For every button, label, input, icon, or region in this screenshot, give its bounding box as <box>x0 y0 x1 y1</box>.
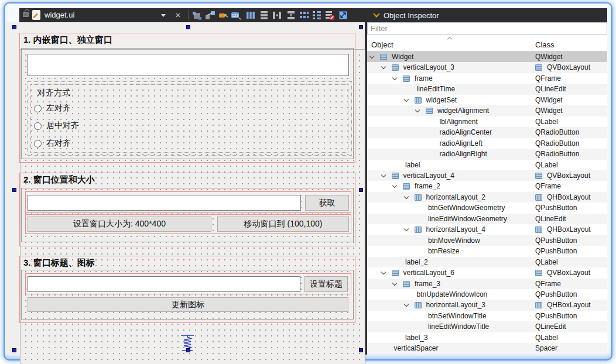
resize-window-button[interactable]: 设置窗口大小为: 400*400 <box>28 217 211 232</box>
editor-tab-bar: widget.ui × 123 <box>19 8 365 22</box>
tree-column-header[interactable]: Object Class <box>367 35 607 51</box>
resize-handle-bottom-middle[interactable] <box>186 348 190 352</box>
object-inspector-panel: Object Class WidgetQWidgetverticalLayout… <box>367 22 607 354</box>
tree-row-widgetAlignment[interactable]: widgetAlignmentQWidget <box>367 105 607 116</box>
object-name: btnMoveWindow <box>428 235 480 246</box>
tree-row-label_2[interactable]: label_2QLabel <box>367 257 607 267</box>
vbox-layout-icon <box>392 64 399 71</box>
designer-screenshot: widget.ui × 123 Object Inspector 1. 内嵌窗口… <box>0 0 616 364</box>
tree-row-btnUpdateWindowIcon[interactable]: btnUpdateWindowIconQPushButton <box>367 289 607 300</box>
radio-align-left[interactable]: 左对齐 <box>34 102 71 115</box>
line-edit-window-title[interactable] <box>28 276 300 292</box>
tree-row-btnGetWindowGeometry[interactable]: btnGetWindowGeometryQPushButton <box>367 202 607 213</box>
class-name: QFrame <box>535 279 561 289</box>
vbox-layout-icon <box>392 173 399 179</box>
panel-collapse-chevron-icon[interactable] <box>373 11 379 17</box>
resize-handle-top-right[interactable] <box>359 25 363 29</box>
expander-chevron-icon[interactable] <box>404 192 410 198</box>
object-name: label_2 <box>405 257 428 267</box>
resize-handle-top-left[interactable] <box>12 25 16 29</box>
tree-row-btnMoveWindow[interactable]: btnMoveWindowQPushButton <box>367 235 607 246</box>
editor-tab-title[interactable]: widget.ui <box>45 11 74 19</box>
line-edit-time[interactable] <box>28 54 349 76</box>
tree-row-horizontalLayout_3[interactable]: horizontalLayout_3QHBoxLayout <box>367 300 607 310</box>
get-geometry-button[interactable]: 获取 <box>305 195 349 211</box>
vbox-layout-icon <box>426 108 433 114</box>
tree-row-btnSetWindowTitle[interactable]: btnSetWindowTitleQPushButton <box>367 311 607 321</box>
tree-row-verticalLayout_4[interactable]: verticalLayout_4QVBoxLayout <box>367 170 607 181</box>
tree-row-lineEditTime[interactable]: lineEditTimeQLineEdit <box>367 84 607 94</box>
tree-row-lblAlignment[interactable]: lblAlignmentQLabel <box>367 116 607 127</box>
tab-dropdown-icon[interactable] <box>161 14 166 17</box>
tree-row-radioAlignCenter[interactable]: radioAlignCenterQRadioButton <box>367 127 607 138</box>
expander-chevron-icon[interactable] <box>404 95 410 101</box>
tree-row-label[interactable]: labelQLabel <box>367 160 607 170</box>
radio-label: 右对齐 <box>46 138 71 149</box>
move-window-button[interactable]: 移动窗口到 (100,100) <box>217 217 349 232</box>
expander-chevron-icon[interactable] <box>404 300 410 305</box>
class-name: QWidget <box>535 95 563 105</box>
tree-row-verticalLayout_3[interactable]: verticalLayout_3QVBoxLayout <box>367 62 607 73</box>
radio-circle-icon[interactable] <box>34 105 42 112</box>
filter-input[interactable] <box>367 22 607 35</box>
expander-chevron-icon[interactable] <box>392 279 398 284</box>
vbox-layout-icon <box>535 64 542 71</box>
layout-horizontal-splitter-icon[interactable] <box>272 10 282 20</box>
resize-handle-top-middle[interactable] <box>186 25 190 29</box>
layout-vertical-icon[interactable] <box>259 10 269 20</box>
edit-buddies-icon[interactable] <box>218 10 228 20</box>
edit-signals-slots-icon[interactable] <box>205 10 215 20</box>
tree-row-verticalSpacer[interactable]: verticalSpacerSpacer <box>367 343 607 353</box>
tree-row-frame[interactable]: frameQFrame <box>367 73 607 84</box>
tab-close-icon[interactable]: × <box>173 9 183 22</box>
vbox-layout-icon <box>380 54 387 60</box>
resize-handle-bottom-left[interactable] <box>12 348 16 352</box>
tree-row-radioAlignRight[interactable]: radioAlignRightQRadioButton <box>367 149 607 159</box>
expander-chevron-icon[interactable] <box>392 181 398 187</box>
expander-chevron-icon[interactable] <box>392 73 398 79</box>
layout-vertical-splitter-icon[interactable] <box>286 10 296 20</box>
tree-row-horizontalLayout_2[interactable]: horizontalLayout_2QHBoxLayout <box>367 192 607 202</box>
class-name: QLineEdit <box>535 214 566 224</box>
class-name: QRadioButton <box>535 127 579 138</box>
class-name: QRadioButton <box>535 149 579 159</box>
radio-circle-icon[interactable] <box>34 122 42 130</box>
object-inspector-header[interactable]: Object Inspector <box>367 8 607 22</box>
tree-row-label_3[interactable]: label_3QLabel <box>367 332 607 343</box>
tree-row-frame_2[interactable]: frame_2QFrame <box>367 181 607 191</box>
radio-align-right[interactable]: 右对齐 <box>34 137 71 150</box>
tree-row-horizontalLayout_4[interactable]: horizontalLayout_4QHBoxLayout <box>367 224 607 235</box>
tree-row-verticalLayout_6[interactable]: verticalLayout_6QVBoxLayout <box>367 267 607 278</box>
layout-form-icon[interactable] <box>312 10 322 20</box>
resize-handle-middle-right[interactable] <box>359 188 363 192</box>
expander-chevron-icon[interactable] <box>415 105 421 111</box>
radio-circle-icon[interactable] <box>34 140 42 147</box>
layout-grid-icon[interactable] <box>299 10 309 20</box>
expander-chevron-icon[interactable] <box>381 267 387 273</box>
line-edit-window-geometry[interactable] <box>28 195 301 211</box>
tree-row-frame_3[interactable]: frame_3QFrame <box>367 279 607 289</box>
edit-widgets-icon[interactable] <box>192 10 203 20</box>
tree-row-lineEditWindowTitle[interactable]: lineEditWindowTitleQLineEdit <box>367 321 607 332</box>
adjust-size-icon[interactable] <box>338 10 348 20</box>
update-icon-button[interactable]: 更新图标 <box>28 297 348 312</box>
class-column-header[interactable]: Class <box>535 40 555 49</box>
radio-align-center[interactable]: 居中对齐 <box>34 119 79 132</box>
resize-handle-middle-left[interactable] <box>12 188 16 192</box>
layout-horizontal-icon[interactable] <box>245 10 256 20</box>
expander-chevron-icon[interactable] <box>381 170 387 176</box>
class-name: QHBoxLayout <box>547 300 591 310</box>
expander-chevron-icon[interactable] <box>369 51 375 57</box>
tree-row-radioAlignLeft[interactable]: radioAlignLeftQRadioButton <box>367 138 607 149</box>
tree-row-widgetSet[interactable]: widgetSetQWidget <box>367 95 607 105</box>
tree-row-lineEditWindowGeometry[interactable]: lineEditWindowGeometryQLineEdit <box>367 214 607 224</box>
break-layout-icon[interactable] <box>324 10 335 20</box>
tree-row-Widget[interactable]: WidgetQWidget <box>367 51 607 62</box>
tree-row-btnResize[interactable]: btnResizeQPushButton <box>367 246 607 256</box>
edit-tab-order-icon[interactable]: 123 <box>231 10 241 20</box>
expander-chevron-icon[interactable] <box>381 62 387 68</box>
expander-chevron-icon[interactable] <box>404 224 410 230</box>
resize-handle-bottom-right[interactable] <box>359 348 363 352</box>
object-column-header[interactable]: Object <box>371 40 393 49</box>
set-title-button[interactable]: 设置标题 <box>304 276 348 292</box>
